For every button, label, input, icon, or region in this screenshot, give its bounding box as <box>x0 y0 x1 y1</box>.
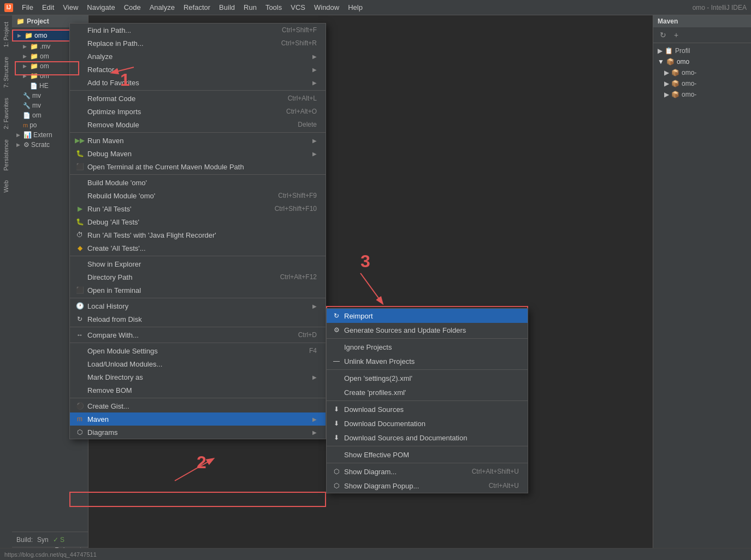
debug-tests-icon: 🐛 <box>75 217 84 226</box>
find-icon <box>75 26 84 34</box>
terminal2-icon: ⬛ <box>75 286 84 294</box>
replace-icon <box>75 39 84 48</box>
ctx-remove-bom[interactable]: Remove BOM <box>70 384 326 397</box>
ctx-shortcut: F4 <box>309 347 317 355</box>
maven-download-sources[interactable]: ⬇ Download Sources <box>327 402 528 416</box>
sidebar-tab-web[interactable]: Web <box>1 176 11 197</box>
ctx-analyze[interactable]: Analyze <box>70 50 326 63</box>
ctx-debug-maven[interactable]: 🐛 Debug Maven <box>70 147 326 160</box>
ctx-create-all-tests[interactable]: ◆ Create 'All Tests'... <box>70 241 326 255</box>
ctx-rebuild-module[interactable]: Rebuild Module 'omo' Ctrl+Shift+F9 <box>70 189 326 202</box>
ctx-label: Maven <box>87 415 309 423</box>
ctx-maven[interactable]: m Maven <box>70 412 326 426</box>
settings-icon <box>75 346 84 355</box>
menu-navigate[interactable]: Navigate <box>82 0 119 15</box>
sidebar-tab-project[interactable]: 1: Project <box>1 17 11 51</box>
ctx-label: Reload from Disk <box>87 315 317 323</box>
ctx-open-module-settings[interactable]: Open Module Settings F4 <box>70 344 326 357</box>
ctx-open-in-terminal[interactable]: ⬛ Open in Terminal <box>70 284 326 297</box>
ctx-label: Run 'All Tests' <box>87 205 271 213</box>
ctx-local-history[interactable]: 🕐 Local History <box>70 299 326 313</box>
maven-open-settings[interactable]: Open 'settings(2).xml' <box>327 371 528 385</box>
ctx-label: Replace in Path... <box>87 39 278 48</box>
ctx-label: Show Diagram... <box>344 468 469 476</box>
unlink-icon: — <box>332 357 341 366</box>
ctx-show-in-explorer[interactable]: Show in Explorer <box>70 257 326 270</box>
maven-add-btn[interactable]: + <box>671 30 682 40</box>
maven-reimport[interactable]: ↻ Reimport <box>327 309 528 323</box>
menu-file[interactable]: File <box>17 0 38 15</box>
maven-unlink[interactable]: — Unlink Maven Projects <box>327 354 528 368</box>
maven-panel-header: Maven <box>653 15 751 27</box>
ctx-label: Reimport <box>344 312 519 320</box>
build-label: Build: <box>16 536 33 544</box>
ctx-run-tests-flight[interactable]: ⏱ Run 'All Tests' with 'Java Flight Reco… <box>70 228 326 241</box>
ctx-shortcut: Ctrl+Alt+F12 <box>280 273 317 281</box>
maven-download-docs[interactable]: ⬇ Download Documentation <box>327 416 528 431</box>
history-icon: 🕐 <box>75 302 84 310</box>
ctx-run-all-tests[interactable]: ▶ Run 'All Tests' Ctrl+Shift+F10 <box>70 202 326 215</box>
maven-tree-label: omo <box>677 58 689 66</box>
title-bar: IJ File Edit View Navigate Code Analyze … <box>0 0 751 15</box>
menu-run[interactable]: Run <box>239 0 261 15</box>
ctx-directory-path[interactable]: Directory Path Ctrl+Alt+F12 <box>70 270 326 284</box>
ctx-run-maven[interactable]: ▶▶ Run Maven <box>70 134 326 147</box>
maven-panel: Maven ↻ + ▶ 📋 Profil ▼ 📦 omo ▶ 📦 omo- ▶ <box>653 15 751 560</box>
build-bar: Build: Syn ✓ S <box>12 532 88 547</box>
maven-tree-profil[interactable]: ▶ 📋 Profil <box>653 45 751 56</box>
ctx-optimize-imports[interactable]: Optimize Imports Ctrl+Alt+O <box>70 105 326 118</box>
ctx-label: Find in Path... <box>87 26 279 34</box>
maven-refresh-btn[interactable]: ↻ <box>658 30 669 40</box>
ctx-refactor[interactable]: Refactor <box>70 63 326 76</box>
file-icon: 🔧 <box>23 92 31 99</box>
ctx-find-in-path[interactable]: Find in Path... Ctrl+Shift+F <box>70 23 326 37</box>
window-title: omo - IntelliJ IDEA <box>693 4 747 11</box>
menu-tools[interactable]: Tools <box>261 0 286 15</box>
ctx-reload-from-disk[interactable]: ↻ Reload from Disk <box>70 313 326 326</box>
menu-code[interactable]: Code <box>120 0 145 15</box>
menu-analyze[interactable]: Analyze <box>145 0 179 15</box>
maven-download-sources-docs[interactable]: ⬇ Download Sources and Documentation <box>327 431 528 445</box>
sidebar-tab-structure[interactable]: 7: Structure <box>1 52 11 92</box>
menu-help[interactable]: Help <box>344 0 367 15</box>
menu-build[interactable]: Build <box>215 0 239 15</box>
ctx-replace-in-path[interactable]: Replace in Path... Ctrl+Shift+R <box>70 37 326 50</box>
ctx-remove-module[interactable]: Remove Module Delete <box>70 118 326 131</box>
sidebar-tab-persistence[interactable]: Persistence <box>1 135 11 175</box>
maven-show-diagram[interactable]: ⬡ Show Diagram... Ctrl+Alt+Shift+U <box>327 464 528 479</box>
ctx-label: Local History <box>87 302 309 310</box>
ctx-label: Create Gist... <box>87 402 317 410</box>
ctx-compare-with[interactable]: ↔ Compare With... Ctrl+D <box>70 328 326 341</box>
maven-generate-sources[interactable]: ⚙ Generate Sources and Update Folders <box>327 323 528 337</box>
maven-tree-omo3[interactable]: ▶ 📦 omo- <box>653 89 751 100</box>
ctx-build-module[interactable]: Build Module 'omo' <box>70 176 326 189</box>
ctx-shortcut: Delete <box>298 121 317 128</box>
menu-view[interactable]: View <box>58 0 82 15</box>
ctx-debug-all-tests[interactable]: 🐛 Debug 'All Tests' <box>70 215 326 228</box>
ctx-create-gist[interactable]: ⚫ Create Gist... <box>70 399 326 412</box>
app-logo: IJ <box>4 3 13 12</box>
maven-tree-omo2[interactable]: ▶ 📦 omo- <box>653 78 751 89</box>
maven-show-effective-pom[interactable]: Show Effective POM <box>327 447 528 462</box>
sidebar-tab-favorites[interactable]: 2: Favorites <box>1 93 11 133</box>
maven-tree-omo1[interactable]: ▶ 📦 omo- <box>653 67 751 78</box>
menu-edit[interactable]: Edit <box>38 0 58 15</box>
ctx-diagrams[interactable]: ⬡ Diagrams <box>70 426 326 439</box>
ctx-add-to-favorites[interactable]: Add to Favorites <box>70 76 326 89</box>
menu-window[interactable]: Window <box>310 0 344 15</box>
menu-refactor[interactable]: Refactor <box>179 0 215 15</box>
debug-maven-icon: 🐛 <box>75 149 84 158</box>
maven-create-profiles[interactable]: Create 'profiles.xml' <box>327 385 528 399</box>
ctx-mark-directory[interactable]: Mark Directory as <box>70 370 326 384</box>
maven-tree-label: Profil <box>675 47 690 55</box>
maven-ignore-projects[interactable]: Ignore Projects <box>327 340 528 354</box>
github-icon: ⚫ <box>75 402 84 410</box>
ctx-label: Add to Favorites <box>87 79 309 87</box>
menu-vcs[interactable]: VCS <box>286 0 310 15</box>
maven-show-diagram-popup[interactable]: ⬡ Show Diagram Popup... Ctrl+Alt+U <box>327 479 528 493</box>
mark-icon <box>75 373 84 381</box>
ctx-reformat-code[interactable]: Reformat Code Ctrl+Alt+L <box>70 92 326 105</box>
ctx-load-unload-modules[interactable]: Load/Unload Modules... <box>70 357 326 370</box>
maven-tree-omo[interactable]: ▼ 📦 omo <box>653 56 751 67</box>
ctx-open-terminal-maven[interactable]: ⬛ Open Terminal at the Current Maven Mod… <box>70 160 326 173</box>
